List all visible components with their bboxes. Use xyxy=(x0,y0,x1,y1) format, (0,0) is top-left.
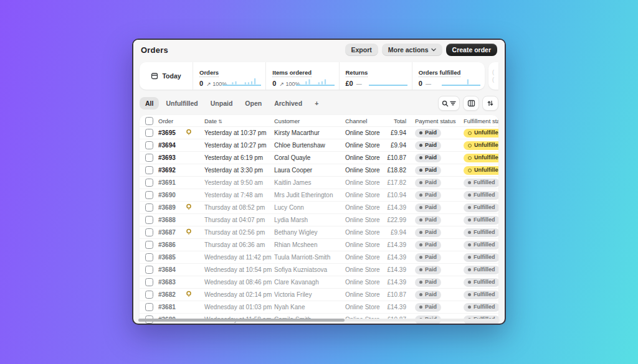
status-dot-icon xyxy=(468,268,471,271)
search-icon xyxy=(442,100,449,107)
row-checkbox[interactable] xyxy=(145,241,153,249)
order-date: Thursday at 02:56 pm xyxy=(204,229,274,236)
status-dot-icon xyxy=(468,156,472,160)
table-row[interactable]: #3683 Wednesday at 08:46 pm Clare Kavana… xyxy=(140,276,498,288)
row-checkbox[interactable] xyxy=(145,129,153,137)
order-number[interactable]: #3685 xyxy=(158,254,176,261)
stat-change: — xyxy=(356,81,362,87)
stat-value: 0 xyxy=(419,80,422,87)
row-checkbox[interactable] xyxy=(145,278,153,286)
sales-channel: Online Store xyxy=(345,192,385,198)
order-date: Yesterday at 10:27 pm xyxy=(204,142,274,149)
order-number[interactable]: #3689 xyxy=(158,204,176,211)
create-order-button[interactable]: Create order xyxy=(446,44,497,56)
status-dot-icon xyxy=(419,169,422,172)
stat-card[interactable]: Items ordered 0 ↗ 100% xyxy=(266,62,339,90)
payment-status-badge: Paid xyxy=(415,253,441,262)
stat-cards: Orders 0 ↗ 100% Items ordered 0 ↗ 100% R… xyxy=(193,62,485,90)
table-row[interactable]: #3694 Yesterday at 10:27 pm Chloe Burten… xyxy=(140,139,498,151)
tab-unfulfilled[interactable]: Unfulfilled xyxy=(160,97,203,110)
order-alert-icon xyxy=(186,228,192,235)
sort-icon xyxy=(487,100,494,107)
customer-name: Rhian Mcsheen xyxy=(274,241,345,248)
table-row[interactable]: #3687 Thursday at 02:56 pm Bethany Wigle… xyxy=(140,226,498,238)
order-number[interactable]: #3690 xyxy=(158,192,176,198)
row-checkbox[interactable] xyxy=(145,303,153,311)
order-total: £14.39 xyxy=(385,266,410,273)
row-checkbox[interactable] xyxy=(145,154,153,162)
row-checkbox[interactable] xyxy=(145,266,153,274)
row-checkbox[interactable] xyxy=(145,291,153,299)
stat-card[interactable]: Orders 0 ↗ 100% xyxy=(193,62,266,90)
table-row[interactable]: #3689 Thursday at 08:52 pm Lucy Conn Onl… xyxy=(140,201,498,213)
order-date: Yesterday at 10:37 pm xyxy=(204,129,274,136)
order-number[interactable]: #3681 xyxy=(158,304,176,310)
table-row[interactable]: #3682 Wednesday at 02:14 pm Victoria Fri… xyxy=(140,288,498,301)
customer-name: Laura Cooper xyxy=(274,167,345,174)
row-checkbox[interactable] xyxy=(145,166,153,174)
order-number[interactable]: #3688 xyxy=(158,217,176,223)
fulfillment-status-badge: Unfulfilled xyxy=(464,141,498,150)
order-total: £10.94 xyxy=(385,192,410,198)
stat-card[interactable]: Orders fulfilled 0 — xyxy=(412,62,485,90)
payment-status-badge: Paid xyxy=(415,129,441,138)
table-row[interactable]: #3695 Yesterday at 10:37 pm Kirsty Macar… xyxy=(140,126,498,139)
order-total: £9.94 xyxy=(385,229,410,236)
order-number[interactable]: #3694 xyxy=(158,142,176,149)
sort-button[interactable] xyxy=(482,96,498,111)
tab-unpaid[interactable]: Unpaid xyxy=(205,97,239,110)
add-view-button[interactable]: + xyxy=(309,97,324,110)
table-row[interactable]: #3686 Thursday at 06:36 am Rhian Mcsheen… xyxy=(140,238,498,251)
order-number[interactable]: #3687 xyxy=(158,229,176,236)
select-all-checkbox[interactable] xyxy=(145,117,153,125)
tab-archived[interactable]: Archived xyxy=(269,97,308,110)
stats-peek-card[interactable]: ( ( xyxy=(488,62,498,90)
order-number[interactable]: #3682 xyxy=(158,291,176,298)
order-number[interactable]: #3693 xyxy=(158,154,176,161)
row-checkbox[interactable] xyxy=(145,228,153,236)
row-checkbox[interactable] xyxy=(145,216,153,224)
table-row[interactable]: #3692 Yesterday at 3:30 pm Laura Cooper … xyxy=(140,164,498,176)
search-filter-button[interactable] xyxy=(438,96,460,111)
table-row[interactable]: #3684 Wednesday at 10:54 pm Sofiya Kuzni… xyxy=(140,263,498,276)
order-number[interactable]: #3692 xyxy=(158,167,176,174)
order-number[interactable]: #3691 xyxy=(158,179,176,186)
stat-card[interactable]: Returns £0 — xyxy=(340,62,412,90)
tab-open[interactable]: Open xyxy=(239,97,267,110)
horizontal-scrollbar-thumb[interactable] xyxy=(138,319,345,322)
order-number[interactable]: #3686 xyxy=(158,241,176,248)
status-dot-icon xyxy=(468,306,471,309)
table-row[interactable]: #3691 Yesterday at 9:50 am Kaitlin James… xyxy=(140,176,498,189)
order-number[interactable]: #3695 xyxy=(158,129,176,136)
table-row[interactable]: #3685 Wednesday at 11:42 pm Tuula Marrio… xyxy=(140,251,498,263)
tab-all[interactable]: All xyxy=(140,97,159,110)
peek-glyph: ( xyxy=(492,70,498,75)
export-button[interactable]: Export xyxy=(345,44,378,56)
row-checkbox[interactable] xyxy=(145,179,153,187)
sales-channel: Online Store xyxy=(345,142,385,149)
order-number[interactable]: #3683 xyxy=(158,279,176,286)
orders-app-window: Orders Export More actions Create order … xyxy=(132,39,506,325)
sales-channel: Online Store xyxy=(345,204,385,211)
fulfillment-status-badge: Fulfilled xyxy=(464,291,498,299)
table-row[interactable]: #3690 Yesterday at 7:48 am Mrs Judit Eth… xyxy=(140,189,498,201)
order-date: Thursday at 04:07 pm xyxy=(204,217,274,223)
date-range-filter[interactable]: Today xyxy=(140,62,193,90)
table-row[interactable]: #3688 Thursday at 04:07 pm Lydia Marsh O… xyxy=(140,213,498,226)
col-date[interactable]: Date⇅ xyxy=(204,118,274,124)
date-sort-icon[interactable]: ⇅ xyxy=(218,119,222,124)
row-checkbox[interactable] xyxy=(145,253,153,261)
views-tab-bar: AllUnfulfilledUnpaidOpenArchived+ xyxy=(140,95,498,111)
order-total: £9.94 xyxy=(385,142,410,149)
table-row[interactable]: #3693 Yesterday at 6:19 pm Coral Quayle … xyxy=(140,151,498,164)
order-alert-icon xyxy=(186,129,192,136)
stat-value: 0 xyxy=(199,80,203,87)
row-checkbox[interactable] xyxy=(145,203,153,212)
table-row[interactable]: #3681 Wednesday at 01:03 pm Nyah Kane On… xyxy=(140,301,498,313)
row-checkbox[interactable] xyxy=(145,191,153,199)
more-actions-button[interactable]: More actions xyxy=(382,44,442,56)
row-checkbox[interactable] xyxy=(145,141,153,149)
order-number[interactable]: #3684 xyxy=(158,266,176,273)
order-alert-icon xyxy=(186,291,192,297)
columns-button[interactable] xyxy=(463,96,479,111)
